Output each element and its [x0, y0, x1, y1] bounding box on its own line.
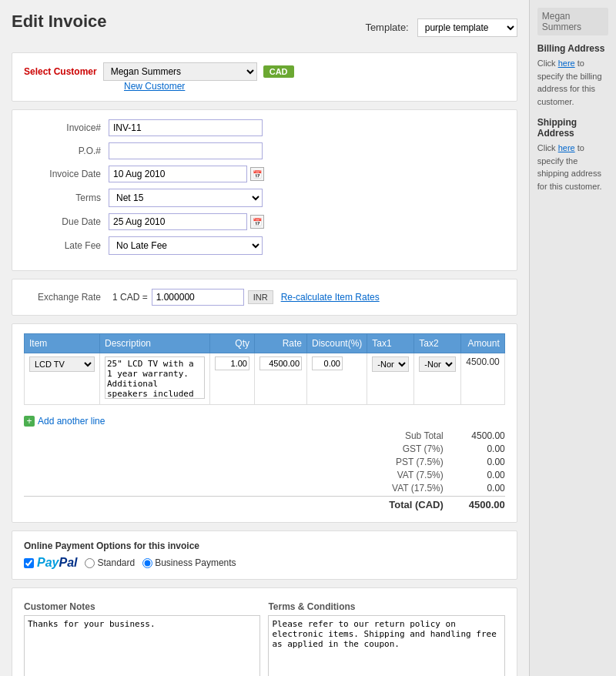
cad-badge: CAD	[263, 65, 294, 78]
shipping-here-link[interactable]: here	[558, 143, 575, 152]
discount-cell	[307, 353, 367, 405]
col-qty: Qty	[210, 334, 255, 353]
sub-total-label: Sub Total	[359, 430, 451, 441]
due-date-row: Due Date 📅	[24, 213, 505, 230]
standard-option[interactable]: Standard	[85, 557, 135, 568]
total-value: 4500.00	[451, 499, 505, 510]
col-amount: Amount	[461, 334, 504, 353]
customer-section: Select Customer Megan Summers CAD New Cu…	[12, 52, 517, 102]
tax1-cell: -Non	[367, 353, 414, 405]
terms-label: Terms	[24, 192, 109, 203]
select-customer-label: Select Customer	[24, 66, 97, 77]
billing-address-title: Billing Address	[537, 43, 608, 54]
invoice-date-row: Invoice Date 📅	[24, 166, 505, 182]
terms-select[interactable]: Net 15 Net 30 Net 60 Due on Receipt	[109, 189, 263, 207]
vat2-label: VAT (17.5%)	[359, 483, 451, 494]
exchange-rate-input[interactable]	[152, 289, 244, 306]
template-select[interactable]: purple template default template blue te…	[417, 18, 517, 37]
business-label: Business Payments	[155, 557, 236, 568]
recalculate-link[interactable]: Re-calculate Item Rates	[281, 292, 380, 303]
po-row: P.O.#	[24, 142, 505, 159]
due-date-input[interactable]	[109, 213, 247, 230]
exchange-currency-to: INR	[248, 290, 273, 304]
col-description: Description	[100, 334, 210, 353]
invoice-date-label: Invoice Date	[24, 169, 109, 179]
vat2-value: 0.00	[451, 483, 505, 494]
billing-here-link[interactable]: here	[558, 59, 575, 68]
col-tax2: Tax2	[414, 334, 461, 353]
col-tax1: Tax1	[367, 334, 414, 353]
late-fee-select[interactable]: No Late Fee 1% 1.5% 2%	[109, 236, 263, 255]
terms-conditions-label: Terms & Conditions	[268, 601, 504, 612]
invoice-fields-section: Invoice# P.O.# Invoice Date 📅 Terms Net …	[12, 109, 517, 271]
terms-textarea[interactable]: Please refer to our return policy on ele…	[268, 615, 504, 676]
standard-radio[interactable]	[85, 558, 95, 568]
vat1-label: VAT (7.5%)	[359, 470, 451, 480]
shipping-address-title: Shipping Address	[537, 117, 608, 139]
payment-section: Online Payment Options for this invoice …	[12, 530, 517, 580]
tax2-select[interactable]: -Non	[419, 356, 456, 372]
pst-label: PST (7.5%)	[359, 457, 451, 467]
terms-row: Terms Net 15 Net 30 Net 60 Due on Receip…	[24, 189, 505, 207]
customer-select[interactable]: Megan Summers	[103, 62, 257, 81]
due-date-calendar-icon[interactable]: 📅	[250, 215, 264, 229]
items-table: Item Description Qty Rate Discount(%) Ta…	[24, 333, 505, 405]
gst-label: GST (7%)	[359, 443, 451, 454]
right-panel: Megan Summers Billing Address Click here…	[529, 0, 616, 676]
gst-value: 0.00	[451, 443, 505, 454]
qty-cell	[210, 353, 255, 405]
amount-cell: 4500.00	[461, 353, 504, 405]
col-rate: Rate	[255, 334, 307, 353]
right-customer-name: Megan Summers	[537, 8, 608, 35]
add-line-link[interactable]: + Add another line	[24, 416, 105, 427]
shipping-address-text: Click here to specify the shipping addre…	[537, 142, 608, 192]
invoice-date-input[interactable]	[109, 166, 247, 182]
exchange-section: Exchange Rate 1 CAD = INR Re-calculate I…	[12, 279, 517, 316]
tax1-select[interactable]: -Non	[372, 356, 409, 372]
discount-input[interactable]	[312, 356, 343, 370]
table-row: LCD TV 25" LCD TV with a 1 year warranty…	[25, 353, 505, 405]
standard-label: Standard	[97, 557, 135, 568]
exchange-rate-label: Exchange Rate	[24, 292, 109, 303]
rate-input[interactable]	[259, 356, 302, 370]
qty-input[interactable]	[215, 356, 249, 370]
paypal-logo: PayPal	[37, 556, 77, 570]
vat1-value: 0.00	[451, 470, 505, 480]
sub-total-value: 4500.00	[451, 430, 505, 441]
po-label: P.O.#	[24, 146, 109, 156]
item-select[interactable]: LCD TV	[29, 356, 95, 372]
invoice-num-label: Invoice#	[24, 122, 109, 133]
new-customer-link[interactable]: New Customer	[124, 81, 185, 92]
add-line-label: Add another line	[38, 416, 105, 427]
business-option[interactable]: Business Payments	[142, 557, 236, 568]
notes-section: Customer Notes Thanks for your business.…	[12, 587, 517, 676]
terms-col: Terms & Conditions Please refer to our r…	[268, 601, 504, 676]
due-date-label: Due Date	[24, 216, 109, 227]
tax2-cell: -Non	[414, 353, 461, 405]
rate-cell	[255, 353, 307, 405]
totals-section: Sub Total 4500.00 GST (7%) 0.00 PST (7.5…	[24, 430, 505, 510]
payment-title: Online Payment Options for this invoice	[24, 540, 505, 551]
description-cell: 25" LCD TV with a 1 year warranty. Addit…	[100, 353, 210, 405]
billing-address-text: Click here to specify the billing addres…	[537, 57, 608, 108]
po-input[interactable]	[109, 142, 263, 159]
invoice-num-row: Invoice#	[24, 119, 505, 136]
customer-notes-textarea[interactable]: Thanks for your business.	[24, 615, 260, 676]
plus-icon: +	[24, 416, 35, 427]
total-label: Total (CAD)	[359, 499, 451, 510]
pst-value: 0.00	[451, 457, 505, 467]
late-fee-label: Late Fee	[24, 240, 109, 251]
item-cell: LCD TV	[25, 353, 100, 405]
paypal-checkbox[interactable]	[24, 558, 34, 568]
col-item: Item	[25, 334, 100, 353]
page-title: Edit Invoice	[12, 12, 106, 32]
template-label: Template:	[365, 22, 408, 33]
description-textarea[interactable]: 25" LCD TV with a 1 year warranty. Addit…	[105, 356, 205, 399]
col-discount: Discount(%)	[307, 334, 367, 353]
invoice-num-input[interactable]	[109, 119, 263, 136]
invoice-date-calendar-icon[interactable]: 📅	[250, 167, 264, 181]
total-row: Total (CAD) 4500.00	[24, 496, 505, 510]
exchange-currency-from: 1 CAD =	[112, 292, 148, 303]
business-radio[interactable]	[142, 558, 152, 568]
customer-notes-col: Customer Notes Thanks for your business.	[24, 601, 260, 676]
